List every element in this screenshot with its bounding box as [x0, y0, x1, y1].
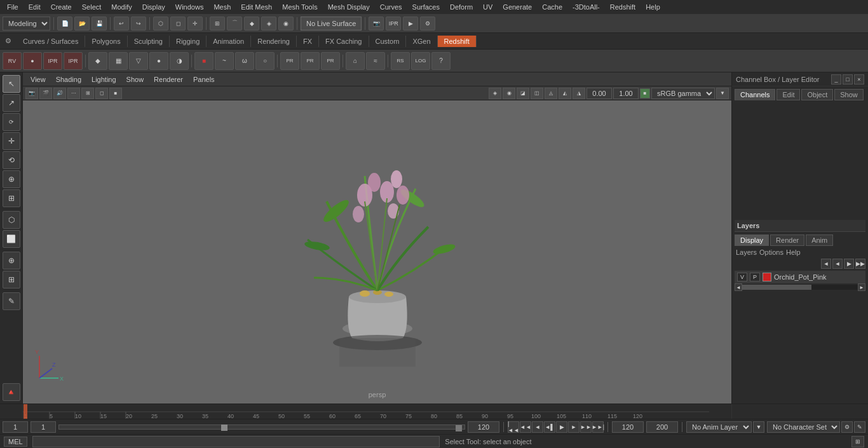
snap-btn[interactable]: ⊕ [3, 252, 20, 269]
menu-generate[interactable]: Generate [498, 2, 536, 12]
shelf-diamond[interactable]: ◆ [88, 52, 107, 70]
shelf-btn-ipr[interactable]: IPR [43, 52, 62, 70]
vp-menu-renderer[interactable]: Renderer [150, 74, 187, 85]
menu-mesh-display[interactable]: Mesh Display [323, 2, 374, 12]
menu-uv[interactable]: UV [478, 2, 497, 12]
mode-select[interactable]: Modeling [3, 17, 50, 31]
tab-redshift[interactable]: Redshift [438, 36, 477, 47]
marquee-btn[interactable]: ⬜ [3, 230, 20, 248]
vp-hq[interactable]: ◬ [545, 88, 557, 99]
range-start-input[interactable]: 1 [3, 421, 28, 433]
shelf-box-r[interactable]: ■ [194, 52, 214, 70]
vp-motion[interactable]: ◭ [559, 88, 571, 99]
layer-menu-options[interactable]: Options [759, 248, 783, 256]
vp-menu-show[interactable]: Show [123, 74, 148, 85]
vp-color-icon[interactable]: ■ [640, 88, 650, 98]
menu-redshift[interactable]: Redshift [606, 2, 640, 12]
layer-menu-layers[interactable]: Layers [736, 248, 757, 256]
transform-btn[interactable]: ⊞ [3, 189, 20, 207]
layer-icon-4[interactable]: ▶▶ [855, 259, 865, 269]
vp-color-select[interactable]: sRGB gamma [651, 88, 715, 99]
tab-polygons[interactable]: Polygons [85, 36, 127, 47]
tab-xgen[interactable]: XGen [406, 36, 437, 47]
snap-view[interactable]: ◉ [278, 17, 294, 31]
prev-frame-btn[interactable]: ◄ [532, 421, 543, 433]
vp-menu-view[interactable]: View [27, 74, 50, 85]
vp-more-btn[interactable]: ▼ [716, 88, 729, 99]
shelf-flat[interactable]: ◑ [170, 52, 189, 70]
step-back-btn[interactable]: ◄◄ [520, 421, 531, 433]
play-back-btn[interactable]: ◄▌ [544, 421, 555, 433]
layer-icon-1[interactable]: ◄ [821, 259, 831, 269]
vp-iso1[interactable]: ◈ [489, 88, 501, 99]
layer-icon-3[interactable]: ▶ [844, 259, 854, 269]
select-tool[interactable]: ⬡ [153, 17, 168, 31]
undo-button[interactable]: ↩ [114, 17, 129, 31]
layer-playback[interactable]: P [750, 273, 760, 282]
mel-label[interactable]: MEL [4, 437, 27, 447]
char-set-icon2[interactable]: ✎ [854, 421, 865, 433]
render-settings[interactable]: ⚙ [420, 17, 435, 31]
vp-grid-btn[interactable]: ⊞ [81, 88, 94, 99]
vp-shadow[interactable]: ◪ [517, 88, 529, 99]
panel-close-btn[interactable]: × [854, 74, 864, 85]
menu-create[interactable]: Create [46, 2, 76, 12]
shelf-rs1[interactable]: RS [391, 52, 410, 70]
shelf-drop[interactable]: ▽ [129, 52, 148, 70]
go-end-btn[interactable]: ►►| [592, 421, 604, 433]
shelf-btn-rv[interactable]: RV [3, 52, 22, 70]
scrollbar-thumb[interactable] [742, 285, 811, 290]
tab-animation[interactable]: Animation [207, 36, 251, 47]
paint-select-btn[interactable]: ↗ [3, 94, 20, 112]
step-fwd-btn[interactable]: ►► [580, 421, 592, 433]
current-frame-input[interactable]: 1 [31, 421, 56, 433]
rotate-btn[interactable]: ⟲ [3, 151, 20, 169]
menu-deform[interactable]: Deform [445, 2, 477, 12]
render-btn[interactable]: ▶ [403, 17, 418, 31]
next-frame-btn[interactable]: ► [568, 421, 580, 433]
ipr-btn[interactable]: IPR [386, 17, 401, 31]
menu-surfaces[interactable]: Surfaces [408, 2, 444, 12]
panel-min-btn[interactable]: _ [831, 74, 841, 85]
range-end-input[interactable]: 120 [468, 421, 499, 433]
menu-help[interactable]: Help [641, 2, 665, 12]
viewport[interactable]: X Y Z persp [23, 100, 731, 404]
vp-solid-btn[interactable]: ■ [109, 88, 122, 99]
range-end-marker[interactable] [456, 425, 462, 431]
lasso-btn[interactable]: ⟳ [3, 113, 20, 131]
panel-max-btn[interactable]: □ [843, 74, 853, 85]
vp-gamma-val1[interactable]: 0.00 [587, 88, 612, 99]
grid-btn[interactable]: ⊞ [3, 271, 20, 288]
redo-button[interactable]: ↪ [131, 17, 146, 31]
cb-tab-show[interactable]: Show [834, 89, 864, 100]
menu-edit[interactable]: Edit [24, 2, 45, 12]
menu-file[interactable]: File [3, 2, 23, 12]
move-tool[interactable]: ✛ [187, 17, 203, 31]
menu-edit-mesh[interactable]: Edit Mesh [236, 2, 276, 12]
tab-fx[interactable]: FX [297, 36, 319, 47]
shelf-pr2[interactable]: PR [301, 52, 320, 70]
layer-icon-2[interactable]: ◄ [832, 259, 843, 269]
layer-tab-render[interactable]: Render [770, 234, 804, 246]
tab-rendering[interactable]: Rendering [251, 36, 297, 47]
cb-tab-object[interactable]: Object [801, 89, 833, 100]
scrollbar-track[interactable] [742, 285, 858, 290]
scale-btn[interactable]: ⊕ [3, 170, 20, 188]
status-right-btn[interactable]: ⊞ [851, 436, 864, 447]
soft-select-btn[interactable]: ⬡ [3, 211, 20, 229]
char-set-icon1[interactable]: ⚙ [841, 421, 853, 433]
shelf-sphere[interactable]: ● [149, 52, 168, 70]
scroll-left-btn[interactable]: ◄ [735, 283, 742, 291]
tab-sculpting[interactable]: Sculpting [128, 36, 170, 47]
shelf-wave2[interactable]: ≈ [366, 52, 385, 70]
vp-menu-panels[interactable]: Panels [189, 74, 219, 85]
custom-btn[interactable]: 🔺 [3, 383, 20, 401]
tab-fx-caching[interactable]: FX Caching [319, 36, 369, 47]
move-btn[interactable]: ✛ [3, 132, 20, 150]
menu-curves[interactable]: Curves [376, 2, 407, 12]
shelf-grid[interactable]: ▦ [109, 52, 128, 70]
layer-color-swatch[interactable] [763, 273, 771, 282]
vp-film-btn[interactable]: 🎬 [39, 88, 52, 99]
menu-display[interactable]: Display [138, 2, 170, 12]
annotate-btn[interactable]: ✎ [3, 292, 20, 310]
